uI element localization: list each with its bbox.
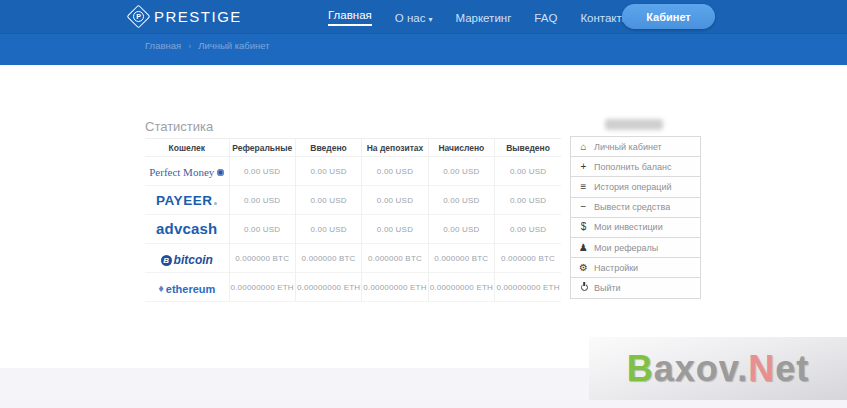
nav-item-faq[interactable]: FAQ xyxy=(534,10,557,24)
stats-value: 0.000000 BTC xyxy=(428,244,494,273)
stats-value: 0.00000000 ETH xyxy=(362,273,428,302)
top-navbar: P PRESTIGE ГлавнаяО нас▾МаркетингFAQКонт… xyxy=(0,0,847,33)
table-row-bitcoin: Bbitcoin0.000000 BTC0.000000 BTC0.000000… xyxy=(145,244,561,273)
stats-value: 0.00 USD xyxy=(362,186,428,215)
users-icon: ♟ xyxy=(578,243,589,253)
wallet-cell: PAYEER xyxy=(145,186,229,215)
menu-item-label: Пополнить баланс xyxy=(594,162,671,172)
stats-value: 0.00000000 ETH xyxy=(495,273,561,302)
wallet-cell: ♦ethereum xyxy=(145,273,229,302)
stats-value: 0.00 USD xyxy=(428,186,494,215)
plus-icon: + xyxy=(578,162,589,172)
stats-value: 0.00 USD xyxy=(229,215,295,244)
menu-item-logout[interactable]: Выйти xyxy=(570,277,701,298)
nav-item-about[interactable]: О нас▾ xyxy=(395,10,433,24)
menu-item-label: Вывести средства xyxy=(594,202,670,212)
nav-item-home[interactable]: Главная xyxy=(328,7,372,26)
stats-value: 0.000000 BTC xyxy=(229,244,295,273)
page: P PRESTIGE ГлавнаяО нас▾МаркетингFAQКонт… xyxy=(0,0,847,408)
gear-icon: ⚙ xyxy=(578,263,589,273)
blurred-username xyxy=(605,119,663,130)
watermark-text: et xyxy=(775,348,809,390)
stats-value: 0.000000 BTC xyxy=(362,244,428,273)
bitcoin-icon: B xyxy=(161,255,172,266)
watermark-text: B xyxy=(627,348,654,390)
column-header-2: Введено xyxy=(295,139,361,157)
wallet-logo-ethereum: ♦ethereum xyxy=(158,283,215,295)
stats-value: 0.00 USD xyxy=(495,215,561,244)
column-header-5: Выведено xyxy=(495,139,561,157)
menu-item-personal-cabinet[interactable]: ⌂Личный кабинет xyxy=(570,136,701,157)
stats-value: 0.00 USD xyxy=(428,215,494,244)
account-menu: ⌂Личный кабинет+Пополнить баланс≡История… xyxy=(570,136,701,299)
menu-item-label: Выйти xyxy=(594,283,621,293)
menu-item-settings[interactable]: ⚙Настройки xyxy=(570,257,701,278)
chevron-down-icon: ▾ xyxy=(428,15,432,24)
stats-value: 0.00 USD xyxy=(495,157,561,186)
wallet-cell: Perfect Money xyxy=(145,157,229,186)
stats-value: 0.000000 BTC xyxy=(295,244,361,273)
wallet-name: bitcoin xyxy=(174,253,213,267)
menu-item-top-up-balance[interactable]: +Пополнить баланс xyxy=(570,156,701,177)
brand-logo[interactable]: P PRESTIGE xyxy=(130,0,242,33)
breadcrumb-item-personal-cabinet[interactable]: Личный кабинет xyxy=(198,40,269,51)
wallet-name: PAYEER xyxy=(156,193,212,208)
table-row-advcash: advcash0.00 USD0.00 USD0.00 USD0.00 USD0… xyxy=(145,215,561,244)
brand-name: PRESTIGE xyxy=(154,8,242,25)
payeer-dot-icon xyxy=(214,202,217,205)
menu-item-my-referrals[interactable]: ♟Мои рефералы xyxy=(570,237,701,258)
minus-icon: − xyxy=(578,202,589,212)
stats-value: 0.00000000 ETH xyxy=(295,273,361,302)
breadcrumb: Главная›Личный кабинет xyxy=(145,40,270,51)
watermark: Baxov.Net xyxy=(589,337,847,400)
breadcrumb-separator: › xyxy=(188,41,191,51)
stats-value: 0.00 USD xyxy=(428,157,494,186)
stats-value: 0.00000000 ETH xyxy=(229,273,295,302)
menu-item-label: Мои рефералы xyxy=(594,243,658,253)
menu-item-label: История операций xyxy=(594,182,672,192)
stats-table: КошелекРеферальныеВведеноНа депозитахНач… xyxy=(145,138,561,302)
stats-value: 0.00 USD xyxy=(362,215,428,244)
ethereum-icon: ♦ xyxy=(158,283,164,294)
stats-value: 0.00 USD xyxy=(295,157,361,186)
stats-value: 0.00 USD xyxy=(295,186,361,215)
wallet-name: ethereum xyxy=(166,283,216,295)
menu-item-my-investments[interactable]: $Мои инвестиции xyxy=(570,217,701,238)
wallet-logo-bitcoin: Bbitcoin xyxy=(161,253,213,267)
menu-item-operations-history[interactable]: ≡История операций xyxy=(570,176,701,197)
wallet-name: advcash xyxy=(156,220,217,237)
main-nav: ГлавнаяО нас▾МаркетингFAQКонтакты xyxy=(328,0,630,33)
wallet-logo-payeer: PAYEER xyxy=(156,193,217,208)
watermark-text: N xyxy=(748,348,775,390)
wallet-cell: advcash xyxy=(145,215,229,244)
column-header-0: Кошелек xyxy=(145,139,229,157)
stats-value: 0.000000 BTC xyxy=(495,244,561,273)
menu-item-label: Личный кабинет xyxy=(594,142,662,152)
wallet-cell: Bbitcoin xyxy=(145,244,229,273)
breadcrumb-item-home[interactable]: Главная xyxy=(145,40,181,51)
column-header-4: Начислено xyxy=(428,139,494,157)
column-header-1: Реферальные xyxy=(229,139,295,157)
watermark-text: axov. xyxy=(654,348,748,390)
perfect-money-badge-icon xyxy=(217,169,224,176)
breadcrumb-bar: Главная›Личный кабинет xyxy=(0,33,847,65)
nav-item-marketing[interactable]: Маркетинг xyxy=(455,10,511,24)
cabinet-button[interactable]: Кабинет xyxy=(622,4,715,29)
menu-item-withdraw-funds[interactable]: −Вывести средства xyxy=(570,197,701,218)
brand-diamond-icon: P xyxy=(126,4,150,28)
table-row-payeer: PAYEER0.00 USD0.00 USD0.00 USD0.00 USD0.… xyxy=(145,186,561,215)
power-icon xyxy=(578,283,589,293)
list-icon: ≡ xyxy=(578,182,589,192)
stats-value: 0.00000000 ETH xyxy=(428,273,494,302)
dollar-icon: $ xyxy=(578,222,589,232)
column-header-3: На депозитах xyxy=(362,139,428,157)
wallet-logo-perfect-money: Perfect Money xyxy=(149,166,224,178)
wallet-name: Perfect Money xyxy=(149,166,214,178)
menu-item-label: Мои инвестиции xyxy=(594,222,663,232)
wallet-logo-advcash: advcash xyxy=(156,220,217,237)
stats-value: 0.00 USD xyxy=(362,157,428,186)
stats-value: 0.00 USD xyxy=(229,157,295,186)
table-row-ethereum: ♦ethereum0.00000000 ETH0.00000000 ETH0.0… xyxy=(145,273,561,302)
menu-item-label: Настройки xyxy=(594,263,638,273)
stats-title: Статистика xyxy=(145,119,213,134)
